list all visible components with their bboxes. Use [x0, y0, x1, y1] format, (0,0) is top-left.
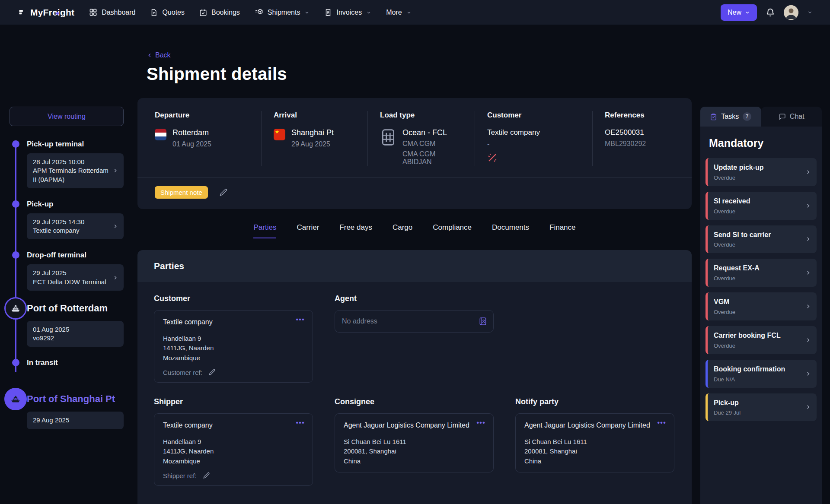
- stop-date: 01 Aug 2025: [33, 325, 69, 334]
- routing-timeline: Pick-up terminal 28 Jul 2025 10:00 APM T…: [10, 139, 133, 429]
- user-avatar[interactable]: [784, 5, 798, 20]
- nav-item-bookings[interactable]: Bookings: [199, 9, 240, 16]
- new-button[interactable]: New: [721, 4, 757, 21]
- nav-label: Invoices: [336, 9, 362, 16]
- stop-card[interactable]: 29 Jul 2025 ECT Delta DDW Terminal: [27, 264, 124, 291]
- task-card-si-received[interactable]: SI receivedOverdue: [706, 192, 817, 220]
- tab-free-days[interactable]: Free days: [339, 223, 372, 238]
- task-title: Update pick-up: [714, 163, 764, 172]
- back-link[interactable]: Back: [147, 51, 171, 59]
- tasks-chat-tabs: Tasks 7 Chat: [700, 107, 822, 127]
- stop-date: 29 Aug 2025: [33, 416, 69, 425]
- task-due: Overdue: [714, 174, 764, 181]
- party-heading: Notify party: [515, 397, 674, 406]
- chevron-left-icon: [147, 52, 153, 58]
- shipment-note-badge[interactable]: Shipment note: [155, 186, 208, 199]
- stop-location: APM Terminals Rotterdam II (0APMA): [33, 166, 110, 184]
- task-card-carrier-booking[interactable]: Carrier booking FCLOverdue: [706, 326, 817, 354]
- tab-compliance[interactable]: Compliance: [433, 223, 472, 238]
- stop-card[interactable]: 01 Aug 2025 vo9292: [27, 321, 124, 347]
- stop-label: Port of Shanghai Pt: [27, 392, 133, 405]
- party-address: Handellaan 9 1411JG, Naarden Mozambique: [163, 437, 305, 466]
- ellipsis-menu-icon[interactable]: •••: [476, 421, 485, 425]
- nav-item-dashboard[interactable]: Dashboard: [89, 8, 135, 16]
- summary-references: References OE2500031 MBL2930292: [592, 111, 674, 166]
- nav-item-shipments[interactable]: Shipments: [255, 8, 310, 16]
- notifications-bell-icon[interactable]: [766, 8, 775, 17]
- chevron-right-icon: [805, 404, 811, 410]
- nav-item-invoices[interactable]: Invoices: [324, 9, 371, 16]
- chevron-right-icon: [805, 169, 811, 175]
- invoice-icon: [324, 9, 332, 16]
- chevron-down-icon: [745, 10, 750, 15]
- top-navigation: MyFreight Dashboard Quotes Bookings Sh: [0, 0, 830, 25]
- container-icon: [380, 128, 396, 166]
- tab-chat[interactable]: Chat: [761, 107, 822, 127]
- view-routing-button[interactable]: View routing: [10, 107, 124, 126]
- edit-note-pencil-icon[interactable]: [219, 188, 228, 197]
- timeline-dot: [12, 359, 19, 366]
- nav-item-more[interactable]: More: [386, 9, 411, 16]
- task-title: Send SI to carrier: [714, 231, 771, 240]
- chevron-down-icon: [304, 10, 310, 15]
- task-due: Overdue: [714, 342, 781, 349]
- load-type-label: Load type: [380, 111, 464, 120]
- party-card: Agent Jaguar Logistics Company Limited •…: [515, 413, 674, 472]
- new-button-label: New: [728, 9, 741, 16]
- account-chevron-down-icon[interactable]: [807, 10, 813, 15]
- party-name: Textile company: [163, 317, 213, 327]
- task-card-request-exa[interactable]: Request EX-AOverdue: [706, 259, 817, 287]
- agent-address-input[interactable]: No address: [335, 310, 494, 333]
- app-logo[interactable]: MyFreight: [18, 7, 74, 18]
- task-due: Overdue: [714, 241, 771, 248]
- edit-ref-pencil-icon[interactable]: [208, 368, 216, 376]
- chevron-right-icon: [805, 371, 811, 377]
- task-title: SI received: [714, 197, 750, 206]
- ellipsis-menu-icon[interactable]: •••: [296, 317, 305, 322]
- note-row: Shipment note: [137, 178, 692, 199]
- logo-text: MyFreight: [30, 7, 74, 18]
- nav-label: Dashboard: [102, 9, 135, 16]
- tasks-clipboard-icon: [710, 113, 717, 120]
- chevron-right-icon: [112, 275, 118, 281]
- stop-card[interactable]: 29 Jul 2025 14:30 Textile company: [27, 213, 124, 240]
- edit-ref-pencil-icon[interactable]: [203, 472, 211, 479]
- timeline-stop-in-transit: In transit: [10, 358, 133, 367]
- routing-sidebar: View routing Pick-up terminal 28 Jul 202…: [0, 25, 133, 504]
- ellipsis-menu-icon[interactable]: •••: [657, 421, 666, 425]
- chat-tab-label: Chat: [790, 113, 804, 120]
- party-card: Textile company ••• Handellaan 9 1411JG,…: [154, 310, 313, 383]
- party-card: Agent Jaguar Logistics Company Limited •…: [335, 413, 494, 472]
- carrier-name: CMA CGM: [402, 140, 464, 148]
- party-address: Si Chuan Bei Lu 1611 200081, Shanghai Ch…: [344, 437, 485, 466]
- tab-tasks[interactable]: Tasks 7: [700, 107, 761, 127]
- task-card-booking-confirmation[interactable]: Booking confirmationDue N/A: [706, 360, 817, 388]
- party-spacer: [515, 294, 674, 383]
- tab-carrier[interactable]: Carrier: [297, 223, 319, 238]
- tab-cargo[interactable]: Cargo: [393, 223, 412, 238]
- task-card-pickup[interactable]: Pick-upDue 29 Jul: [706, 393, 817, 422]
- mandatory-heading: Mandatory: [709, 137, 817, 149]
- tab-parties[interactable]: Parties: [253, 223, 276, 238]
- stop-card[interactable]: 28 Jul 2025 10:00 APM Terminals Rotterda…: [27, 153, 124, 188]
- task-card-update-pickup[interactable]: Update pick-upOverdue: [706, 158, 817, 186]
- vessel-name: CMA CGM ABIDJAN: [402, 150, 464, 166]
- task-card-send-si[interactable]: Send SI to carrierOverdue: [706, 225, 817, 254]
- tab-documents[interactable]: Documents: [492, 223, 529, 238]
- chevron-right-icon: [805, 269, 811, 276]
- tab-finance[interactable]: Finance: [549, 223, 575, 238]
- timeline-dot: [12, 140, 19, 148]
- ellipsis-menu-icon[interactable]: •••: [296, 421, 305, 425]
- parties-row-1: Customer Textile company ••• Handellaan …: [154, 294, 675, 383]
- party-shipper: Shipper Textile company ••• Handellaan 9…: [154, 397, 313, 486]
- address-book-icon[interactable]: [479, 317, 487, 326]
- nav-item-quotes[interactable]: Quotes: [150, 9, 185, 16]
- parties-row-2: Shipper Textile company ••• Handellaan 9…: [154, 397, 675, 486]
- nav-label: More: [386, 9, 402, 16]
- task-due: Overdue: [714, 309, 735, 315]
- summary-arrival: Arrival Shanghai Pt 29 Aug 2025: [261, 111, 367, 166]
- stop-card[interactable]: 29 Aug 2025: [27, 412, 124, 429]
- task-card-vgm[interactable]: VGMOverdue: [706, 292, 817, 320]
- chevron-right-icon: [805, 236, 811, 242]
- task-due: Due 29 Jul: [714, 409, 741, 416]
